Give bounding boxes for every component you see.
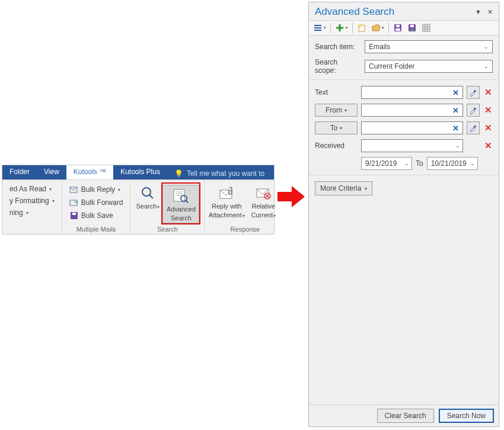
menu-icon (313, 23, 323, 33)
chevron-down-icon: ▾ (344, 108, 347, 113)
from-label: From (326, 106, 342, 114)
search-scope-select[interactable]: Current Folder ⌄ (365, 60, 493, 73)
chevron-down-icon: ▾ (273, 213, 276, 219)
toolbar-grid-button[interactable] (420, 22, 433, 34)
relative-current-icon (254, 185, 273, 201)
ribbon: Folder View Kutools ™ Kutools Plus 💡 Tel… (2, 165, 275, 235)
tab-kutools-plus[interactable]: Kutools Plus (113, 165, 167, 179)
bulk-reply-button[interactable]: Bulk Reply▾ (67, 184, 126, 195)
received-criteria-select[interactable]: ⌄ (361, 139, 463, 152)
tab-tell-me[interactable]: 💡 Tell me what you want to (167, 165, 272, 179)
chevron-down-icon: ▾ (118, 187, 120, 192)
chevron-down-icon: ▾ (157, 204, 160, 210)
tab-view[interactable]: View (37, 165, 66, 179)
bulk-forward-button[interactable]: Bulk Forward (67, 197, 126, 208)
clear-from-button[interactable]: ✕ (451, 106, 460, 115)
export-icon (407, 23, 417, 33)
chevron-down-icon: ▾ (324, 25, 326, 30)
panel-form: Search item: Emails ⌄ Search scope: Curr… (309, 36, 499, 80)
svg-rect-27 (396, 25, 400, 27)
formatting-label: y Formatting (9, 197, 49, 205)
remove-text-criteria-button[interactable]: ✕ (483, 87, 493, 98)
date-from-input[interactable]: 9/21/2019 ⌄ (361, 157, 412, 170)
bulk-save-button[interactable]: Bulk Save (67, 210, 126, 222)
bulk-forward-label: Bulk Forward (81, 198, 123, 207)
search-item-select[interactable]: Emails ⌄ (365, 40, 493, 53)
reply-line1: Reply with (212, 203, 242, 210)
advanced-search-button[interactable]: Advanced Search (162, 185, 199, 223)
text-criteria-input[interactable]: ✕ (361, 86, 463, 99)
remove-received-criteria-button[interactable]: ✕ (483, 140, 493, 151)
tab-kutools[interactable]: Kutools ™ (66, 165, 113, 179)
advanced-line1: Advanced (167, 206, 196, 213)
ribbon-body: ed As Read▾ y Formatting▾ ning▾ Bu (2, 179, 274, 234)
chevron-down-icon: ▾ (26, 210, 28, 216)
toolbar-separator (388, 23, 389, 33)
more-criteria-label: More Criteria (320, 184, 361, 192)
formatting-button[interactable]: y Formatting▾ (7, 195, 57, 206)
search-item-value: Emails (369, 43, 390, 51)
mark-as-read-label: ed As Read (9, 185, 46, 193)
reply-with-attachment-button[interactable]: Reply with Attachment▾ (208, 182, 245, 224)
toolbar-separator (352, 23, 353, 33)
advanced-search-highlight: Advanced Search (161, 182, 200, 224)
advanced-line2: Search (171, 214, 192, 222)
more-criteria-button[interactable]: More Criteria ▾ (315, 181, 372, 195)
clear-to-button[interactable]: ✕ (451, 124, 460, 133)
tell-me-label: Tell me what you want to (187, 169, 264, 178)
date-to-input[interactable]: 10/21/2019 ⌄ (427, 157, 478, 170)
relative-current-button[interactable]: Relative Current▾ (245, 182, 282, 224)
svg-marker-17 (277, 186, 305, 207)
relative-line2: Current (251, 211, 273, 219)
search-icon (138, 185, 157, 201)
remove-to-criteria-button[interactable]: ✕ (483, 123, 493, 133)
panel-options-button[interactable]: ▼ (474, 8, 483, 16)
svg-line-11 (186, 200, 188, 203)
group-label-response: Response (231, 224, 260, 233)
from-picker-button[interactable] (467, 104, 480, 117)
advanced-search-panel: Advanced Search ▼ ✕ ▾ ▾ ▾ (308, 2, 499, 427)
eyedropper-icon (469, 124, 477, 132)
group-response: Reply with Attachment▾ Relative Current▾… (205, 180, 285, 234)
search-scope-value: Current Folder (369, 62, 414, 70)
date-from-value: 9/21/2019 (365, 159, 397, 168)
chevron-down-icon: ⌄ (455, 143, 460, 149)
ning-button[interactable]: ning▾ (7, 207, 57, 218)
to-label: To (330, 124, 338, 132)
to-criteria-input[interactable]: ✕ (361, 121, 463, 134)
panel-close-button[interactable]: ✕ (486, 8, 494, 16)
toolbar-separator (330, 23, 331, 33)
bulk-reply-label: Bulk Reply (81, 185, 115, 194)
lightbulb-icon: 💡 (174, 169, 183, 178)
toolbar-menu-button[interactable]: ▾ (311, 22, 328, 34)
from-criteria-button[interactable]: From ▾ (315, 104, 358, 117)
group-label-blank (6, 224, 58, 233)
toolbar-new-button[interactable] (355, 22, 368, 34)
search-now-button[interactable]: Search Now (439, 409, 494, 423)
plus-icon (335, 23, 344, 33)
from-criteria-input[interactable]: ✕ (361, 104, 463, 117)
toolbar-export-button[interactable] (406, 22, 419, 34)
clear-search-button[interactable]: Clear Search (377, 409, 434, 423)
toolbar-save-button[interactable] (391, 22, 404, 34)
mark-as-read-button[interactable]: ed As Read▾ (7, 184, 57, 194)
search-button[interactable]: Search▾ (134, 182, 161, 224)
clear-text-button[interactable]: ✕ (451, 88, 460, 97)
toolbar-add-button[interactable]: ▾ (333, 22, 350, 34)
to-picker-button[interactable] (467, 121, 480, 134)
toolbar-open-button[interactable]: ▾ (369, 22, 386, 34)
remove-from-criteria-button[interactable]: ✕ (483, 105, 493, 115)
text-picker-button[interactable] (467, 86, 480, 99)
reply-attachment-icon (217, 185, 236, 201)
to-criteria-button[interactable]: To ▾ (315, 121, 358, 134)
chevron-down-icon: ▾ (365, 186, 367, 191)
received-criteria-label: Received (315, 142, 358, 150)
advanced-search-icon (171, 188, 190, 204)
group-label-search: Search (157, 224, 178, 233)
chevron-down-icon: ▾ (340, 126, 342, 131)
svg-rect-1 (70, 200, 77, 206)
new-file-icon (357, 23, 366, 33)
panel-footer: Clear Search Search Now (309, 405, 499, 426)
svg-rect-30 (410, 25, 414, 27)
tab-folder[interactable]: Folder (2, 165, 37, 179)
